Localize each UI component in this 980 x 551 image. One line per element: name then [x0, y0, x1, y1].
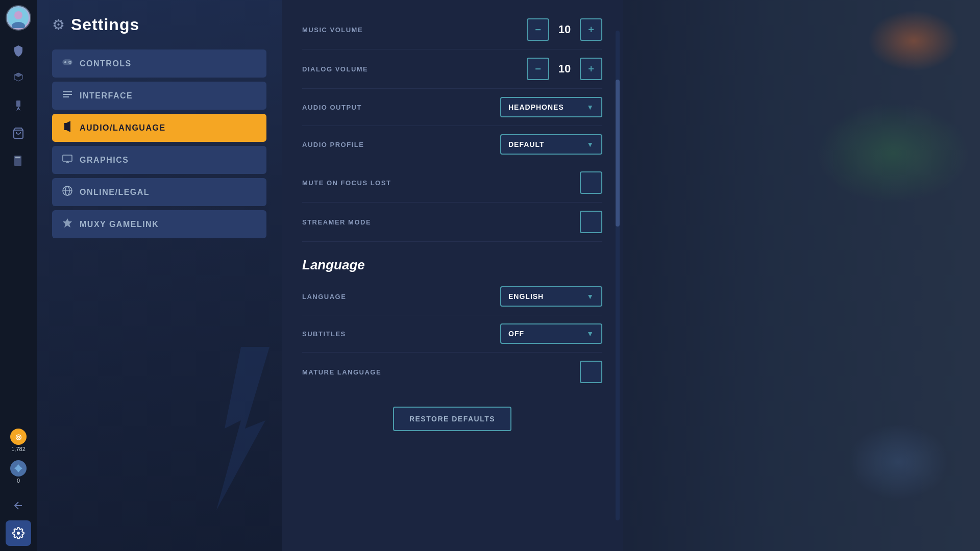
settings-title: ⚙ Settings	[52, 15, 266, 34]
audio-output-row: AUDIO OUTPUT HEADPHONES ▼	[302, 89, 602, 126]
mature-language-label: MATURE LANGUAGE	[302, 368, 381, 376]
settings-title-gear-icon: ⚙	[52, 16, 65, 33]
mute-focus-lost-row: MUTE ON FOCUS LOST	[302, 163, 602, 203]
svg-marker-24	[216, 347, 270, 510]
subtitles-label: SUBTITLES	[302, 330, 346, 338]
music-volume-decrease-button[interactable]: −	[527, 18, 549, 41]
music-volume-row: MUSIC VOLUME − 10 +	[302, 10, 602, 49]
mute-focus-lost-label: MUTE ON FOCUS LOST	[302, 179, 391, 187]
mute-focus-lost-checkbox[interactable]	[580, 171, 602, 194]
controls-icon	[61, 57, 74, 70]
blue-currency-icon	[10, 460, 27, 477]
blue-value: 0	[17, 478, 20, 484]
audio-icon	[61, 121, 74, 135]
language-label: LANGUAGE	[302, 293, 346, 300]
streamer-mode-label: STREAMER MODE	[302, 218, 371, 226]
currency-blue: 0	[10, 460, 27, 484]
audio-profile-row: AUDIO PROFILE DEFAULT ▼	[302, 126, 602, 163]
nav-muxy-gamelink-button[interactable]: MUXY GAMELINK	[52, 210, 266, 238]
muxy-gamelink-label: MUXY GAMELINK	[80, 220, 159, 229]
mature-language-row: MATURE LANGUAGE	[302, 353, 602, 391]
subtitles-row: SUBTITLES OFF ▼	[302, 315, 602, 353]
dialog-volume-label: DIALOG VOLUME	[302, 65, 368, 73]
music-volume-value: 10	[549, 23, 580, 36]
language-section-heading: Language	[302, 257, 602, 273]
settings-nav-panel: ⚙ Settings CONTROLS INTERFACE	[37, 0, 282, 551]
gold-value: 1,782	[11, 446, 26, 452]
interface-label: INTERFACE	[80, 91, 133, 101]
language-value: ENGLISH	[508, 292, 544, 300]
sidebar-item-back[interactable]	[6, 493, 31, 518]
svg-marker-9	[14, 464, 22, 472]
dialog-volume-decrease-button[interactable]: −	[527, 58, 549, 80]
graphics-label: GRAPHICS	[80, 156, 129, 165]
music-volume-control: − 10 +	[527, 18, 602, 41]
svg-marker-4	[16, 107, 20, 111]
graphics-icon	[61, 153, 74, 167]
dialog-volume-value: 10	[549, 62, 580, 76]
svg-rect-7	[15, 157, 20, 158]
dialog-volume-control: − 10 +	[527, 58, 602, 80]
muxy-icon	[61, 217, 74, 231]
language-arrow-icon: ▼	[586, 292, 594, 300]
svg-rect-17	[63, 155, 72, 161]
scroll-track	[616, 31, 620, 520]
audio-output-dropdown[interactable]: HEADPHONES ▼	[500, 97, 602, 117]
audio-profile-dropdown[interactable]: DEFAULT ▼	[500, 134, 602, 155]
online-legal-icon	[61, 185, 74, 199]
svg-point-10	[17, 532, 20, 535]
controls-label: CONTROLS	[80, 59, 132, 68]
avatar[interactable]	[6, 5, 31, 31]
svg-rect-8	[15, 159, 20, 159]
streamer-mode-checkbox[interactable]	[580, 211, 602, 233]
audio-output-value: HEADPHONES	[508, 103, 564, 111]
sidebar-item-badge[interactable]	[6, 93, 31, 118]
sidebar-item-settings[interactable]	[6, 520, 31, 546]
subtitles-arrow-icon: ▼	[586, 330, 594, 338]
audio-profile-arrow-icon: ▼	[586, 140, 594, 148]
nav-interface-button[interactable]: INTERFACE	[52, 82, 266, 110]
sidebar-item-cube[interactable]	[6, 65, 31, 91]
music-volume-label: MUSIC VOLUME	[302, 26, 363, 34]
svg-rect-3	[16, 101, 20, 107]
svg-marker-23	[63, 218, 72, 228]
sidebar-item-cart[interactable]	[6, 120, 31, 146]
subtitles-value: OFF	[508, 330, 524, 338]
language-dropdown[interactable]: ENGLISH ▼	[500, 286, 602, 307]
currency-gold: ◎ 1,782	[10, 429, 27, 452]
nav-controls-button[interactable]: CONTROLS	[52, 49, 266, 78]
icon-bar: ◎ 1,782 0	[0, 0, 37, 551]
online-legal-label: ONLINE/LEGAL	[80, 188, 150, 197]
sidebar-item-book[interactable]	[6, 148, 31, 173]
gold-icon: ◎	[10, 429, 27, 445]
scroll-thumb[interactable]	[616, 80, 620, 227]
mature-language-checkbox[interactable]	[580, 361, 602, 383]
audio-profile-label: AUDIO PROFILE	[302, 141, 364, 148]
audio-language-label: AUDIO/LANGUAGE	[80, 123, 166, 133]
dialog-volume-increase-button[interactable]: +	[580, 58, 602, 80]
music-volume-increase-button[interactable]: +	[580, 18, 602, 41]
dialog-volume-row: DIALOG VOLUME − 10 +	[302, 49, 602, 89]
nav-audio-language-button[interactable]: AUDIO/LANGUAGE	[52, 114, 266, 142]
sidebar-item-shield[interactable]	[6, 38, 31, 63]
audio-output-arrow-icon: ▼	[586, 103, 594, 111]
right-background	[623, 0, 980, 551]
interface-icon	[61, 89, 74, 103]
subtitles-dropdown[interactable]: OFF ▼	[500, 323, 602, 344]
nav-graphics-button[interactable]: GRAPHICS	[52, 146, 266, 174]
language-row: LANGUAGE ENGLISH ▼	[302, 278, 602, 315]
settings-title-text: Settings	[71, 15, 139, 34]
content-area: MUSIC VOLUME − 10 + DIALOG VOLUME − 10 +…	[282, 0, 623, 551]
svg-point-1	[14, 11, 22, 19]
content-inner: MUSIC VOLUME − 10 + DIALOG VOLUME − 10 +…	[282, 0, 623, 551]
audio-profile-value: DEFAULT	[508, 140, 545, 148]
audio-output-label: AUDIO OUTPUT	[302, 104, 362, 111]
restore-defaults-button[interactable]: RESTORE DEFAULTS	[393, 407, 511, 431]
svg-point-12	[64, 61, 66, 63]
nav-online-legal-button[interactable]: ONLINE/LEGAL	[52, 178, 266, 206]
streamer-mode-row: STREAMER MODE	[302, 203, 602, 242]
